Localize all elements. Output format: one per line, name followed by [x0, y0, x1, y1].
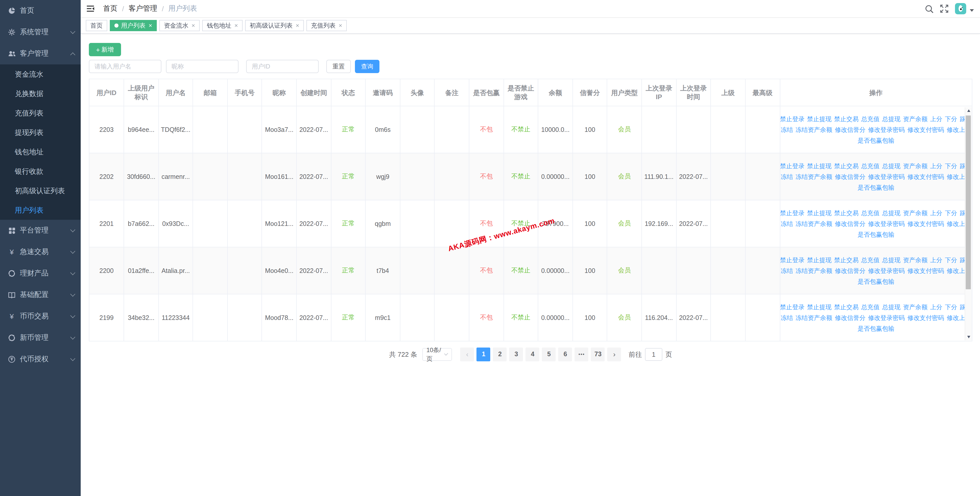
sidebar-subitem-wallet-address[interactable]: 钱包地址: [0, 142, 81, 161]
action-link[interactable]: 冻结: [781, 313, 793, 323]
action-link[interactable]: 资产余额: [903, 161, 928, 171]
action-link[interactable]: 是否包赢包输: [858, 135, 894, 145]
sidebar-subitem-withdraw-list[interactable]: 提现列表: [0, 123, 81, 142]
action-link[interactable]: 是否包赢包输: [858, 229, 894, 239]
action-link[interactable]: 上分: [930, 114, 942, 124]
action-link[interactable]: 修改登录密码: [868, 124, 905, 135]
action-link[interactable]: 总提现: [882, 208, 900, 218]
action-link[interactable]: 冻结资产余额: [795, 124, 832, 135]
action-link[interactable]: 修改登录密码: [868, 265, 905, 276]
prev-page-button[interactable]: ‹: [460, 348, 474, 361]
sidebar-item-fast-trade[interactable]: ¥ 急速交易: [0, 241, 81, 263]
close-icon[interactable]: ×: [149, 22, 152, 29]
action-link[interactable]: 禁止登录: [780, 114, 805, 124]
page-button[interactable]: 1: [477, 348, 490, 361]
tab-recharge-list[interactable]: 充值列表 ×: [306, 20, 347, 31]
close-icon[interactable]: ×: [296, 22, 299, 29]
reset-button[interactable]: 重置: [326, 60, 351, 73]
action-link[interactable]: 冻结: [781, 171, 793, 182]
userid-input[interactable]: [246, 60, 319, 73]
goto-page-input[interactable]: [645, 348, 662, 361]
sidebar-item-platform[interactable]: 平台管理: [0, 220, 81, 241]
username-input[interactable]: [89, 60, 161, 73]
scrollbar-thumb[interactable]: [966, 115, 971, 289]
action-link[interactable]: 总提现: [882, 161, 900, 171]
page-button[interactable]: 5: [542, 348, 556, 361]
action-link[interactable]: 禁止登录: [780, 302, 805, 312]
action-link[interactable]: 禁止提现: [807, 208, 832, 218]
tab-home[interactable]: 首页: [86, 20, 107, 31]
action-link[interactable]: 资产余额: [903, 114, 928, 124]
action-link[interactable]: 禁止交易: [834, 208, 859, 218]
page-button[interactable]: 3: [509, 348, 523, 361]
close-icon[interactable]: ×: [234, 22, 238, 29]
pager-ellipsis[interactable]: •••: [575, 348, 589, 361]
search-icon[interactable]: [925, 4, 934, 13]
user-menu-caret-icon[interactable]: [970, 9, 974, 11]
tab-kyc-list[interactable]: 初高级认证列表 ×: [245, 20, 304, 31]
action-link[interactable]: 冻结资产余额: [795, 171, 832, 182]
action-link[interactable]: 上分: [930, 255, 942, 265]
sidebar-item-new-coin[interactable]: 新币管理: [0, 327, 81, 349]
sidebar-subitem-kyc-list[interactable]: 初高级认证列表: [0, 181, 81, 200]
action-link[interactable]: 上分: [930, 208, 942, 218]
avatar[interactable]: [955, 3, 966, 14]
action-link[interactable]: 禁止提现: [807, 114, 832, 124]
action-link[interactable]: 修改信誉分: [835, 265, 865, 276]
sidebar-item-wealth[interactable]: 理财产品: [0, 263, 81, 284]
scroll-down-icon[interactable]: [965, 334, 972, 340]
page-button[interactable]: 6: [558, 348, 572, 361]
sidebar-subitem-user-list[interactable]: 用户列表: [0, 200, 81, 220]
nickname-input[interactable]: [166, 60, 239, 73]
action-link[interactable]: 修改支付密码: [907, 171, 944, 182]
action-link[interactable]: 是否包赢包输: [858, 182, 894, 192]
action-link[interactable]: 是否包赢包输: [858, 323, 894, 333]
close-icon[interactable]: ×: [191, 22, 195, 29]
tab-fund-flow[interactable]: 资金流水 ×: [159, 20, 200, 31]
action-link[interactable]: 冻结资产余额: [795, 313, 832, 323]
action-link[interactable]: 总充值: [861, 161, 880, 171]
action-link[interactable]: 冻结资产余额: [795, 218, 832, 229]
page-size-select[interactable]: 10条/页: [422, 348, 452, 361]
action-link[interactable]: 禁止交易: [834, 302, 859, 312]
sidebar-subitem-exchange-data[interactable]: 兑换数据: [0, 84, 81, 103]
action-link[interactable]: 禁止登录: [780, 208, 805, 218]
action-link[interactable]: 修改信誉分: [835, 218, 865, 229]
action-link[interactable]: 禁止提现: [807, 255, 832, 265]
action-link[interactable]: 禁止提现: [807, 302, 832, 312]
action-link[interactable]: 上分: [930, 302, 942, 312]
action-link[interactable]: 总充值: [861, 255, 880, 265]
action-link[interactable]: 下分: [945, 208, 957, 218]
action-link[interactable]: 禁止交易: [834, 255, 859, 265]
action-link[interactable]: 资产余额: [903, 302, 928, 312]
action-link[interactable]: 修改信誉分: [835, 313, 865, 323]
add-user-button[interactable]: +新增: [89, 43, 121, 56]
page-button[interactable]: 4: [526, 348, 539, 361]
action-link[interactable]: 总提现: [882, 302, 900, 312]
action-link[interactable]: 资产余额: [903, 255, 928, 265]
action-link[interactable]: 禁止登录: [780, 161, 805, 171]
sidebar-item-coin-trade[interactable]: ¥ 币币交易: [0, 306, 81, 327]
next-page-button[interactable]: ›: [608, 348, 621, 361]
sidebar-subitem-recharge-list[interactable]: 充值列表: [0, 103, 81, 123]
action-link[interactable]: 总充值: [861, 114, 880, 124]
breadcrumb-customer[interactable]: 客户管理: [129, 4, 157, 13]
sidebar-item-home[interactable]: 首页: [0, 0, 81, 21]
action-link[interactable]: 总提现: [882, 255, 900, 265]
sidebar-item-system[interactable]: 系统管理: [0, 21, 81, 43]
action-link[interactable]: 总提现: [882, 114, 900, 124]
action-link[interactable]: 冻结: [781, 218, 793, 229]
action-link[interactable]: 修改登录密码: [868, 171, 905, 182]
action-link[interactable]: 修改支付密码: [907, 218, 944, 229]
page-button[interactable]: 2: [493, 348, 507, 361]
sidebar-item-base-config[interactable]: 基础配置: [0, 284, 81, 306]
action-link[interactable]: 修改信誉分: [835, 124, 865, 135]
close-icon[interactable]: ×: [339, 22, 342, 29]
action-link[interactable]: 修改支付密码: [907, 124, 944, 135]
action-link[interactable]: 总充值: [861, 208, 880, 218]
action-link[interactable]: 资产余额: [903, 208, 928, 218]
query-button[interactable]: 查询: [355, 60, 379, 73]
sidebar-subitem-bank-collection[interactable]: 银行收款: [0, 161, 81, 181]
action-link[interactable]: 下分: [945, 114, 957, 124]
action-link[interactable]: 修改支付密码: [907, 265, 944, 276]
